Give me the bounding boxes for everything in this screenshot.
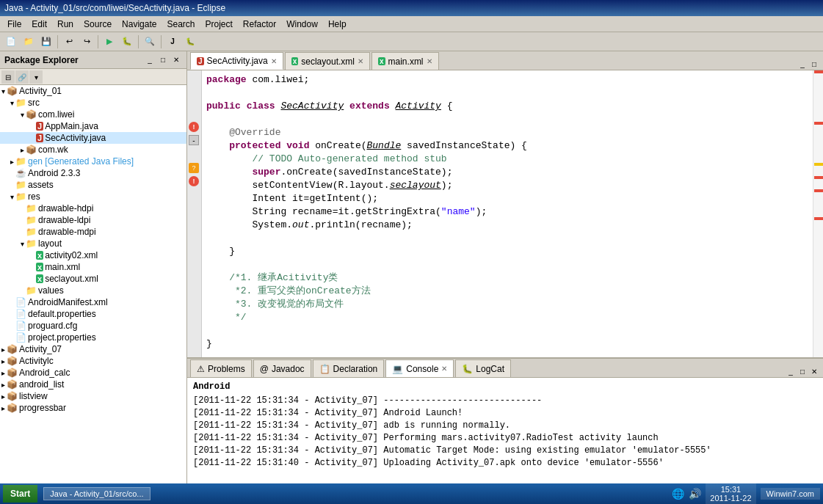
link-editor-button[interactable]: 🔗 <box>15 70 29 84</box>
console-line-2: [2011-11-22 15:31:34 - Activity_07] Andr… <box>193 407 817 420</box>
console-close-btn[interactable]: ✕ <box>808 365 820 377</box>
taskbar-eclipse[interactable]: Java - Activity_01/src/co... <box>43 487 150 500</box>
taskbar: Start Java - Activity_01/src/co... 🌐 🔊 1… <box>0 483 823 504</box>
tree-item-com-wk[interactable]: ▸ 📦 com.wk <box>0 144 186 156</box>
save-button[interactable]: 💾 <box>38 34 54 50</box>
tree-item-values[interactable]: ▸ 📁 values <box>0 285 186 296</box>
tab-secactivity-close[interactable]: ✕ <box>271 57 277 65</box>
tree-item-activity07[interactable]: ▸ 📦 Activity_07 <box>0 343 186 355</box>
tab-secactivity[interactable]: J SecActivity.java ✕ <box>190 52 283 70</box>
tree-item-listview[interactable]: ▸ 📦 listview <box>0 390 186 402</box>
tree-item-android-calc[interactable]: ▸ 📦 Android_calc <box>0 367 186 379</box>
console-icon: 💻 <box>392 364 403 374</box>
right-error-4 <box>814 189 823 192</box>
menu-source[interactable]: Source <box>79 18 116 31</box>
console-close[interactable]: ✕ <box>441 365 447 373</box>
undo-button[interactable]: ↩ <box>61 34 77 50</box>
code-editor[interactable]: ! ? ! - package com.liwei; public class … <box>187 70 823 357</box>
menu-window[interactable]: Window <box>282 18 322 31</box>
tree-item-drawable-hdpi[interactable]: ▸ 📁 drawable-hdpi <box>0 202 186 214</box>
tree-item-default-properties[interactable]: ▸ 📄 default.properties <box>0 308 186 320</box>
debug-button[interactable]: 🐛 <box>119 34 135 50</box>
time-display: 15:31 <box>721 485 742 494</box>
fold-marker-1[interactable]: - <box>189 135 199 145</box>
minimize-package-explorer[interactable]: _ <box>144 54 156 66</box>
close-package-explorer[interactable]: ✕ <box>170 54 182 66</box>
editor-tabs: J SecActivity.java ✕ x seclayout.xml ✕ x… <box>187 51 823 70</box>
taskbar-tray: 🌐 🔊 15:31 2011-11-22 Winwin7.com <box>672 483 820 504</box>
code-content[interactable]: package com.liwei; public class SecActiv… <box>202 70 813 357</box>
package-explorer-header: Package Explorer _ □ ✕ <box>0 51 186 69</box>
menu-file[interactable]: File <box>3 18 26 31</box>
tree-item-res[interactable]: ▾ 📁 res <box>0 191 186 202</box>
start-button[interactable]: Start <box>3 485 37 503</box>
tree-item-drawable-mdpi[interactable]: ▸ 📁 drawable-mdpi <box>0 226 186 238</box>
tree-item-secactivity[interactable]: ▸ J SecActivity.java <box>0 132 186 144</box>
perspective-java[interactable]: J <box>164 34 181 50</box>
tree-item-seclayoutxml[interactable]: ▸ x seclayout.xml <box>0 273 186 285</box>
tree-item-gen[interactable]: ▸ 📁 gen [Generated Java Files] <box>0 156 186 167</box>
declaration-icon: 📋 <box>319 364 330 374</box>
tab-seclayout-close[interactable]: ✕ <box>358 57 363 65</box>
tree-item-assets[interactable]: ▸ 📁 assets <box>0 179 186 191</box>
tree-item-activity02xml[interactable]: ▸ x activity02.xml <box>0 249 186 261</box>
right-warning-1 <box>814 163 823 166</box>
redo-button[interactable]: ↪ <box>79 34 95 50</box>
console-maximize[interactable]: □ <box>797 365 808 377</box>
clock[interactable]: 15:31 2011-11-22 <box>706 483 755 504</box>
tab-xml-icon-2: x <box>378 57 385 65</box>
run-button[interactable]: ▶ <box>101 34 117 50</box>
open-button[interactable]: 📁 <box>21 34 37 50</box>
tab-declaration-label: Declaration <box>333 364 378 374</box>
package-explorer-title: Package Explorer <box>4 55 79 65</box>
maximize-package-explorer[interactable]: □ <box>157 54 169 66</box>
tree-item-appmain[interactable]: ▸ J AppMain.java <box>0 120 186 132</box>
menu-help[interactable]: Help <box>324 18 351 31</box>
tree-item-mainxml[interactable]: ▸ x main.xml <box>0 261 186 273</box>
warning-marker-1: ? <box>189 163 199 173</box>
tab-problems[interactable]: ⚠ Problems <box>190 359 252 377</box>
view-menu-button[interactable]: ▾ <box>29 70 43 84</box>
console-line-6: [2011-11-22 15:31:40 - Activity_07] Uplo… <box>193 457 817 470</box>
title-text: Java - Activity_01/src/com/liwei/SecActi… <box>4 3 225 13</box>
menu-search[interactable]: Search <box>162 18 199 31</box>
tab-logcat[interactable]: 🐛 LogCat <box>455 359 511 377</box>
collapse-all-button[interactable]: ⊟ <box>1 70 15 84</box>
menu-refactor[interactable]: Refactor <box>239 18 280 31</box>
date-display: 2011-11-22 <box>710 494 751 503</box>
tab-declaration[interactable]: 📋 Declaration <box>313 359 385 377</box>
javadoc-icon: @ <box>260 364 269 374</box>
editor-minimize[interactable]: _ <box>797 58 808 70</box>
tree-item-src[interactable]: ▾ 📁 src <box>0 97 186 109</box>
menu-project[interactable]: Project <box>200 18 236 31</box>
editor-maximize[interactable]: □ <box>808 58 820 70</box>
menu-run[interactable]: Run <box>53 18 78 31</box>
tab-java-icon: J <box>197 57 204 65</box>
perspective-debug[interactable]: 🐛 <box>182 34 198 50</box>
tree-item-progressbar[interactable]: ▸ 📦 progressbar <box>0 402 186 414</box>
tab-javadoc[interactable]: @ Javadoc <box>253 359 311 377</box>
menu-navigate[interactable]: Navigate <box>117 18 161 31</box>
new-button[interactable]: 📄 <box>3 34 19 50</box>
tab-mainxml[interactable]: x main.xml ✕ <box>371 52 439 70</box>
menu-edit[interactable]: Edit <box>27 18 51 31</box>
tree-item-layout[interactable]: ▾ 📁 layout <box>0 238 186 249</box>
package-explorer-tree: ▾ 📦 Activity_01 ▾ 📁 src ▾ 📦 com.liwei ▸ … <box>0 85 186 504</box>
tree-item-com-liwei[interactable]: ▾ 📦 com.liwei <box>0 109 186 120</box>
console-minimize[interactable]: _ <box>785 365 797 377</box>
tree-item-project-properties[interactable]: ▸ 📄 project.properties <box>0 332 186 343</box>
tab-seclayout[interactable]: x seclayout.xml ✕ <box>285 52 370 70</box>
tab-mainxml-close[interactable]: ✕ <box>427 57 432 65</box>
tree-item-activitylc[interactable]: ▸ 📦 Activitylc <box>0 355 186 367</box>
menu-bar: File Edit Run Source Navigate Search Pro… <box>0 16 823 32</box>
tree-item-androidmanifest[interactable]: ▸ 📄 AndroidManifest.xml <box>0 296 186 308</box>
bottom-tabs: ⚠ Problems @ Javadoc 📋 Declaration 💻 Con… <box>187 359 823 378</box>
tree-item-activity01[interactable]: ▾ 📦 Activity_01 <box>0 85 186 97</box>
tab-console[interactable]: 💻 Console ✕ <box>385 359 454 377</box>
watermark-text: Winwin7.com <box>761 488 820 500</box>
tree-item-proguard[interactable]: ▸ 📄 proguard.cfg <box>0 320 186 332</box>
tree-item-android-list[interactable]: ▸ 📦 android_list <box>0 379 186 390</box>
search-button[interactable]: 🔍 <box>142 34 158 50</box>
tree-item-android[interactable]: ▸ ☕ Android 2.3.3 <box>0 167 186 179</box>
tree-item-drawable-ldpi[interactable]: ▸ 📁 drawable-ldpi <box>0 214 186 226</box>
